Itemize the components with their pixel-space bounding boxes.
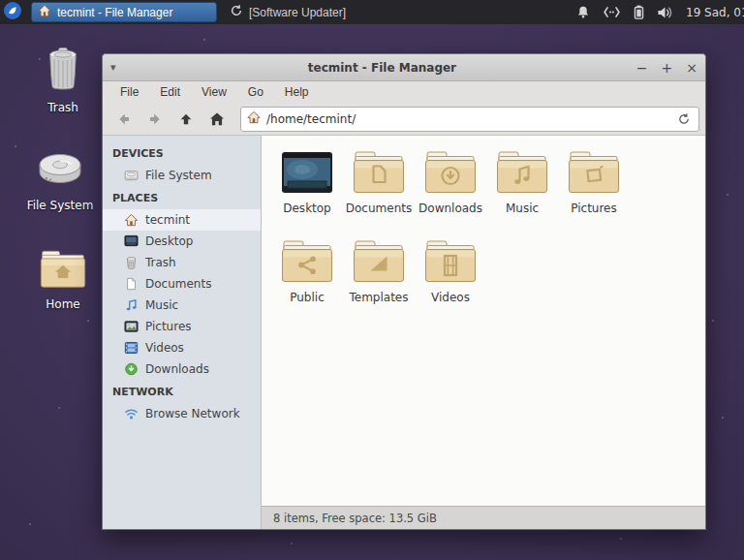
sidebar-header-devices: DEVICES [103, 141, 261, 165]
file-label: Pictures [571, 202, 617, 215]
sidebar-item-label: Browse Network [145, 407, 240, 420]
sidebar-item-file-system[interactable]: File System [103, 165, 261, 186]
main-column: Desktop Documents [262, 136, 705, 529]
software-updater-icon [230, 4, 243, 20]
sidebar-item-label: Documents [145, 277, 211, 291]
file-public[interactable]: Public [271, 236, 343, 326]
home-folder-icon [40, 250, 86, 293]
music-note-icon [124, 298, 139, 312]
volume-icon[interactable] [657, 6, 673, 19]
back-button[interactable] [110, 107, 138, 132]
sidebar: DEVICES File System PLACES tecmint Deskt… [103, 136, 262, 529]
sidebar-item-videos[interactable]: Videos [103, 337, 261, 358]
downloads-folder-icon [424, 147, 477, 194]
sidebar-item-label: tecmint [145, 213, 190, 227]
sidebar-item-trash[interactable]: Trash [103, 252, 261, 273]
top-panel: tecmint - File Manager [Software Updater… [0, 0, 744, 24]
home-icon [38, 4, 51, 20]
maximize-button[interactable]: + [662, 61, 673, 75]
sidebar-item-documents[interactable]: Documents [103, 273, 261, 295]
templates-folder-icon [353, 236, 405, 283]
desktop-icon-file-system[interactable]: File System [16, 147, 104, 212]
forward-button[interactable] [141, 107, 169, 132]
sidebar-header-places: PLACES [103, 186, 261, 209]
clock[interactable]: 19 Sad, 01:4 [686, 6, 744, 19]
file-desktop[interactable]: Desktop [271, 147, 343, 236]
location-bar[interactable]: /home/tecmint/ [240, 107, 699, 132]
path-text: /home/tecmint/ [266, 112, 669, 126]
sidebar-item-label: Desktop [145, 234, 194, 248]
taskbar-button-file-manager[interactable]: tecmint - File Manager [31, 2, 217, 22]
applications-menu-button[interactable] [0, 0, 25, 24]
sidebar-item-label: Pictures [145, 320, 192, 333]
taskbar-button-software-updater[interactable]: [Software Updater] [223, 2, 356, 22]
taskbar-label: [Software Updater] [249, 6, 346, 19]
file-downloads[interactable]: Downloads [415, 147, 486, 236]
document-icon [124, 277, 139, 291]
up-arrow-icon [178, 111, 194, 127]
sidebar-item-browse-network[interactable]: Browse Network [103, 403, 261, 424]
file-label: Documents [346, 202, 412, 215]
file-view[interactable]: Desktop Documents [262, 136, 705, 506]
file-grid: Desktop Documents [271, 147, 639, 326]
taskbar-label: tecmint - File Manager [57, 6, 172, 19]
desktop-folder-icon [281, 147, 333, 194]
titlebar[interactable]: ▾ tecmint - File Manager − + × [103, 54, 705, 81]
menu-edit[interactable]: Edit [150, 83, 190, 101]
minimize-button[interactable]: − [636, 61, 648, 75]
battery-icon[interactable] [634, 5, 644, 19]
status-bar: 8 items, Free space: 13.5 GiB [262, 506, 705, 529]
sidebar-item-desktop[interactable]: Desktop [103, 231, 261, 252]
xfce-mouse-icon [3, 1, 22, 23]
back-icon [116, 111, 132, 127]
window-title: tecmint - File Manager [128, 61, 636, 75]
window-controls: − + × [636, 61, 698, 75]
reload-button[interactable] [675, 112, 693, 126]
sidebar-item-tecmint[interactable]: tecmint [103, 209, 261, 231]
videos-folder-icon [424, 236, 477, 283]
file-videos[interactable]: Videos [415, 236, 486, 326]
file-label: Music [506, 202, 539, 215]
file-music[interactable]: Music [486, 147, 558, 236]
status-text: 8 items, Free space: 13.5 GiB [273, 512, 437, 525]
trash-icon [124, 256, 139, 269]
desktop-icon-label: File System [27, 199, 94, 212]
menu-bar: File Edit View Go Help [103, 81, 705, 103]
drive-icon [124, 169, 139, 182]
window-menu-icon[interactable]: ▾ [110, 61, 128, 74]
desktop-icon-home[interactable]: Home [19, 250, 107, 311]
file-label: Templates [349, 291, 408, 304]
close-button[interactable]: × [686, 61, 698, 75]
forward-icon [147, 111, 163, 127]
sidebar-item-label: Music [145, 298, 178, 312]
desktop-icon-trash[interactable]: Trash [19, 47, 107, 114]
desktop-icon [124, 234, 139, 248]
menu-help[interactable]: Help [275, 83, 319, 101]
file-documents[interactable]: Documents [343, 147, 415, 236]
home-icon [247, 109, 261, 128]
toolbar: /home/tecmint/ [103, 103, 705, 136]
reload-icon [677, 112, 691, 126]
window-content: DEVICES File System PLACES tecmint Deskt… [103, 136, 705, 529]
sidebar-item-downloads[interactable]: Downloads [103, 358, 261, 380]
home-icon [209, 111, 225, 127]
file-label: Desktop [283, 202, 331, 215]
file-label: Downloads [418, 202, 482, 215]
file-manager-window: ▾ tecmint - File Manager − + × File Edit… [102, 53, 706, 530]
notifications-icon[interactable] [576, 5, 590, 19]
home-button[interactable] [203, 107, 231, 132]
wireless-network-icon [124, 407, 139, 420]
sidebar-item-label: Downloads [145, 362, 209, 376]
file-label: Videos [431, 291, 470, 304]
file-pictures[interactable]: Pictures [558, 147, 630, 236]
sidebar-item-label: File System [145, 169, 212, 182]
menu-go[interactable]: Go [238, 83, 273, 101]
file-templates[interactable]: Templates [343, 236, 415, 326]
up-button[interactable] [172, 107, 200, 132]
sidebar-item-pictures[interactable]: Pictures [103, 316, 261, 337]
menu-view[interactable]: View [192, 83, 236, 101]
network-icon[interactable] [603, 6, 621, 18]
menu-file[interactable]: File [110, 83, 148, 101]
sidebar-item-music[interactable]: Music [103, 295, 261, 316]
file-label: Public [290, 291, 325, 304]
